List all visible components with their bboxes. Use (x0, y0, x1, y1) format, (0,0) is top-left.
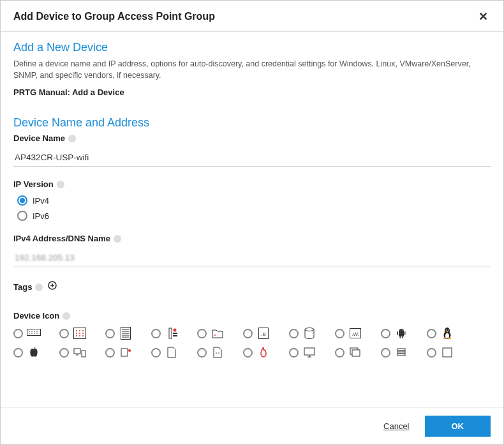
radio-label-ipv6: IPv6 (33, 211, 49, 221)
svg-rect-66 (397, 354, 405, 356)
folder-icon (211, 327, 225, 340)
svg-point-13 (76, 330, 77, 331)
svg-rect-3 (27, 329, 41, 336)
svg-point-32 (214, 335, 216, 336)
icon-option-database[interactable] (289, 327, 335, 340)
ip-version-label: IP Version (13, 179, 54, 189)
device-icon-label: Device Icon (13, 311, 59, 321)
section-heading-name-address: Device Name and Address (13, 116, 491, 130)
radio-icon (289, 348, 299, 358)
android-icon (394, 327, 408, 340)
svg-point-10 (34, 333, 35, 334)
icon-option-fire[interactable] (243, 346, 289, 359)
svg-point-14 (79, 330, 80, 331)
radio-ipv6[interactable]: IPv6 (17, 211, 491, 221)
icon-option-file-dots[interactable] (197, 346, 243, 359)
icon-option-server-rack[interactable] (105, 327, 151, 340)
svg-text:.W.: .W. (352, 331, 359, 337)
radio-icon (151, 329, 161, 338)
manual-link[interactable]: PRTG Manual: Add a Device (13, 87, 491, 97)
svg-point-47 (445, 333, 449, 338)
radio-icon (59, 329, 69, 338)
svg-point-15 (82, 330, 84, 331)
dialog-title: Add Device to Group Access Point Group (13, 11, 215, 22)
ipv4-address-label: IPv4 Address/DNS Name (13, 234, 110, 243)
svg-point-50 (443, 338, 447, 339)
svg-point-6 (34, 331, 35, 332)
radio-icon (105, 348, 115, 358)
layers-icon (348, 346, 362, 359)
svg-rect-31 (173, 335, 177, 336)
svg-point-21 (82, 335, 84, 336)
svg-point-5 (31, 331, 33, 332)
icon-option-server-dot[interactable] (105, 346, 151, 359)
window-w-icon: .W. (348, 327, 362, 340)
icon-option-server-red-dot[interactable] (151, 327, 197, 340)
add-tag-button[interactable] (47, 280, 58, 291)
icon-option-folder[interactable] (197, 327, 243, 340)
icon-option-linux-penguin[interactable] (427, 327, 473, 340)
svg-rect-67 (443, 348, 452, 357)
radio-icon (335, 329, 345, 338)
close-button[interactable]: ✕ (476, 10, 491, 24)
svg-rect-40 (404, 331, 406, 335)
svg-point-17 (79, 333, 80, 334)
radio-icon (151, 348, 161, 358)
file-dots-icon (211, 346, 225, 359)
icon-option-file[interactable] (151, 346, 197, 359)
blank-icon (440, 346, 454, 359)
svg-rect-65 (397, 351, 405, 353)
radio-icon (427, 329, 436, 338)
network-switch-icon (73, 327, 87, 340)
close-icon: ✕ (478, 10, 488, 23)
icon-option-apple[interactable] (13, 346, 59, 359)
icon-option-stack[interactable] (381, 346, 427, 359)
svg-point-35 (305, 328, 314, 331)
icon-option-keyboard[interactable] (13, 327, 59, 340)
info-icon[interactable] (68, 135, 76, 142)
stack-icon (394, 346, 408, 359)
ipv4-address-input[interactable] (13, 250, 491, 267)
icon-option-monitor[interactable] (289, 346, 335, 359)
info-icon[interactable] (63, 312, 70, 320)
server-dot-icon (119, 346, 133, 359)
tags-label: Tags (13, 282, 32, 292)
radio-icon (59, 348, 69, 358)
svg-rect-41 (400, 336, 401, 338)
radio-ipv4[interactable]: IPv4 (17, 195, 491, 206)
info-icon[interactable] (35, 283, 43, 291)
icon-option-layers[interactable] (335, 346, 381, 359)
monitor-icon (302, 346, 316, 359)
device-icon-grid: .e .W. (13, 327, 491, 365)
icon-option-file-e[interactable]: .e (243, 327, 289, 340)
svg-point-8 (29, 333, 30, 334)
fire-icon (256, 346, 271, 359)
info-icon[interactable] (57, 181, 64, 188)
devices-icon (73, 346, 87, 359)
svg-point-7 (36, 331, 38, 332)
radio-icon (17, 211, 27, 221)
svg-point-18 (82, 333, 84, 334)
svg-rect-64 (397, 349, 405, 351)
svg-rect-52 (74, 349, 80, 354)
ok-button[interactable]: OK (425, 416, 491, 437)
svg-point-44 (402, 330, 403, 331)
svg-point-43 (399, 330, 400, 331)
info-icon[interactable] (114, 235, 121, 243)
svg-rect-28 (169, 328, 172, 338)
icon-option-blank[interactable] (427, 346, 473, 359)
svg-text:.e: .e (261, 331, 266, 337)
svg-rect-30 (173, 333, 177, 334)
icon-option-window-w[interactable]: .W. (335, 327, 381, 340)
radio-icon (381, 348, 390, 358)
svg-rect-59 (304, 348, 315, 355)
device-name-input[interactable] (13, 149, 491, 167)
icon-option-network-switch[interactable] (59, 327, 105, 340)
radio-icon (381, 329, 390, 338)
icon-option-android[interactable] (381, 327, 427, 340)
server-rack-icon (119, 327, 133, 340)
radio-icon (17, 195, 27, 206)
svg-rect-63 (352, 350, 360, 356)
icon-option-devices[interactable] (59, 346, 105, 359)
cancel-button[interactable]: Cancel (383, 421, 409, 431)
